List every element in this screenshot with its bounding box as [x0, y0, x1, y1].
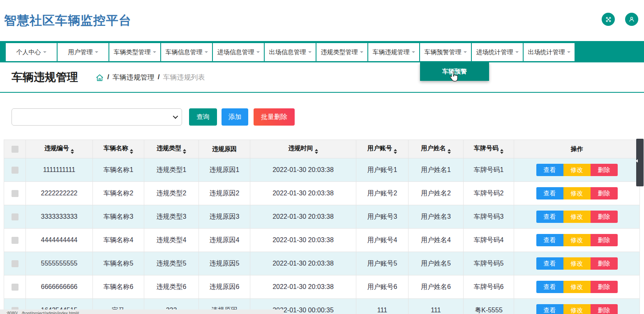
row-select-cell — [4, 275, 26, 299]
column-header-violation-time[interactable]: 违规时间 — [250, 140, 356, 158]
nav-item-vehicle-info-management[interactable]: 车辆信息管理 — [161, 43, 212, 61]
delete-button[interactable]: 删除 — [591, 281, 618, 293]
nav-item-violation-type-management[interactable]: 违规类型管理 — [316, 43, 367, 61]
table-cell: 2022-01-30 20:03:38 — [250, 275, 356, 299]
column-header-violation-id[interactable]: 违规编号 — [26, 140, 93, 158]
chevron-down-icon — [515, 51, 519, 55]
table-row: 4444444444车辆名称4违规类型4违规原因42022-01-30 20:0… — [4, 229, 640, 252]
table-cell: 5555555555 — [26, 252, 93, 275]
table-cell: 违规原因5 — [199, 252, 250, 275]
delete-button[interactable]: 删除 — [591, 164, 618, 176]
view-button[interactable]: 查看 — [536, 257, 563, 270]
table-cell: 用户姓名3 — [409, 205, 464, 229]
table-cell: 111 — [356, 299, 409, 314]
scrollbar-thumb[interactable] — [636, 139, 644, 186]
nav-item-vehicle-type-management[interactable]: 车辆类型管理 — [109, 43, 160, 61]
chevron-down-icon — [412, 51, 415, 55]
table-cell: 违规类型3 — [144, 205, 199, 229]
view-button[interactable]: 查看 — [536, 234, 563, 246]
table-row: 1111111111车辆名称1违规类型1违规原因12022-01-30 20:0… — [4, 158, 640, 182]
row-checkbox[interactable] — [12, 213, 18, 220]
table-cell: 违规原因6 — [199, 275, 250, 299]
row-checkbox[interactable] — [12, 260, 18, 267]
edit-button[interactable]: 修改 — [563, 187, 591, 199]
row-actions-cell: 查看修改删除 — [514, 205, 640, 229]
row-select-cell — [4, 182, 26, 205]
breadcrumb: / 车辆违规管理 / 车辆违规列表 — [95, 73, 205, 82]
sort-icon — [71, 149, 74, 154]
table-cell: 车辆名称1 — [93, 158, 144, 182]
table-cell: 2022-01-30 20:03:38 — [250, 229, 356, 252]
table-cell: 违规类型1 — [144, 158, 199, 182]
edit-button[interactable]: 修改 — [563, 211, 591, 223]
chevron-down-icon — [43, 51, 46, 55]
edit-button[interactable]: 修改 — [563, 234, 591, 246]
header-icons — [602, 13, 638, 26]
table-cell: 用户账号2 — [356, 182, 409, 205]
nav-item-entry-info-management[interactable]: 进场信息管理 — [213, 43, 264, 61]
table-cell: 违规类型2 — [144, 182, 199, 205]
column-header-plate-number[interactable]: 车牌号码 — [464, 140, 514, 158]
view-button[interactable]: 查看 — [536, 164, 563, 176]
row-checkbox[interactable] — [12, 190, 18, 197]
table-cell: 车牌号码4 — [464, 229, 514, 252]
table-cell: 违规原因4 — [199, 229, 250, 252]
app-header: 智慧社区车辆监控平台 — [0, 0, 644, 41]
chevron-down-icon — [256, 51, 260, 55]
add-button[interactable]: 添加 — [222, 108, 248, 126]
table-cell: 3333333333 — [26, 205, 93, 229]
table-cell: 违规原因3 — [199, 205, 250, 229]
home-icon[interactable] — [95, 73, 104, 82]
row-checkbox[interactable] — [12, 237, 18, 244]
batch-delete-button[interactable]: 批量删除 — [254, 108, 295, 126]
table-cell: 用户姓名5 — [409, 252, 464, 275]
nav-item-exit-stats-management[interactable]: 出场统计管理 — [524, 43, 575, 61]
delete-button[interactable]: 删除 — [591, 234, 618, 246]
table-cell: 111 — [409, 299, 464, 314]
column-header-user-account[interactable]: 用户账号 — [356, 140, 409, 158]
row-checkbox[interactable] — [12, 167, 18, 174]
breadcrumb-item-violation-management[interactable]: 车辆违规管理 — [113, 73, 155, 82]
table-cell: 违规原因2 — [199, 182, 250, 205]
table-cell: 用户姓名6 — [409, 275, 464, 299]
chevron-down-icon — [153, 51, 156, 55]
column-header-vehicle-name[interactable]: 车辆名称 — [93, 140, 144, 158]
table-cell: 2022-01-30 20:03:38 — [250, 252, 356, 275]
user-button[interactable] — [625, 13, 638, 26]
select-all-checkbox[interactable] — [12, 146, 18, 153]
table-row: 5555555555车辆名称5违规类型5违规原因52022-01-30 20:0… — [4, 252, 640, 275]
nav-item-vehicle-violation-management[interactable]: 车辆违规管理 — [368, 43, 419, 61]
sort-icon — [500, 149, 503, 154]
edit-button[interactable]: 修改 — [563, 304, 591, 314]
nav-item-entry-stats-management[interactable]: 进场统计管理 — [472, 43, 523, 61]
sort-icon — [448, 149, 451, 154]
view-button[interactable]: 查看 — [536, 187, 563, 199]
app-title: 智慧社区车辆监控平台 — [4, 12, 132, 29]
nav-item-exit-info-management[interactable]: 出场信息管理 — [265, 43, 316, 61]
delete-button[interactable]: 删除 — [591, 187, 618, 199]
delete-button[interactable]: 删除 — [591, 211, 618, 223]
edit-button[interactable]: 修改 — [563, 257, 591, 270]
row-checkbox[interactable] — [12, 284, 18, 291]
delete-button[interactable]: 删除 — [591, 257, 618, 270]
edit-button[interactable]: 修改 — [563, 164, 591, 176]
edit-button[interactable]: 修改 — [563, 281, 591, 293]
fullscreen-button[interactable] — [602, 13, 615, 26]
view-button[interactable]: 查看 — [536, 211, 563, 223]
view-button[interactable]: 查看 — [536, 281, 563, 293]
nav-item-vehicle-warning-management[interactable]: 车辆预警管理 — [420, 43, 471, 61]
table-row: 3333333333车辆名称3违规类型3违规原因32022-01-30 20:0… — [4, 205, 640, 229]
table-cell: 用户账号5 — [356, 252, 409, 275]
chevron-down-icon — [205, 51, 208, 55]
nav-item-user-management[interactable]: 用户管理 — [58, 43, 108, 61]
table-cell: 用户姓名1 — [409, 158, 464, 182]
toolbar: 查询 添加 批量删除 — [12, 108, 644, 126]
query-button[interactable]: 查询 — [189, 108, 217, 126]
nav-dropdown-vehicle-warning: 车辆预警 — [420, 62, 489, 81]
column-header-user-name[interactable]: 用户姓名 — [409, 140, 464, 158]
nav-item-personal-center[interactable]: 个人中心 — [6, 43, 57, 61]
column-header-violation-type[interactable]: 违规类型 — [144, 140, 199, 158]
view-button[interactable]: 查看 — [536, 304, 563, 314]
filter-select[interactable] — [12, 108, 182, 126]
delete-button[interactable]: 删除 — [591, 304, 618, 314]
